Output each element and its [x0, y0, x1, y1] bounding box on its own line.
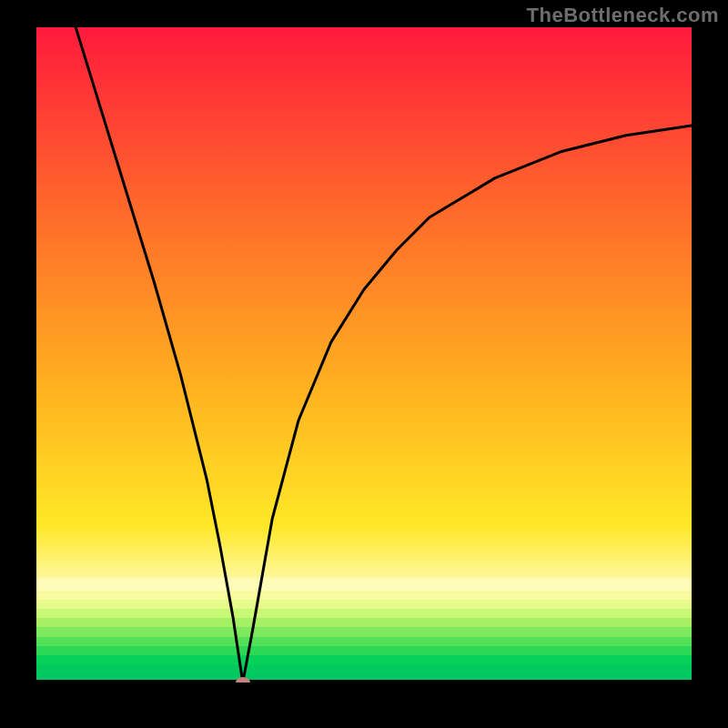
chart-frame: TheBottleneck.com: [0, 0, 728, 728]
watermark-text: TheBottleneck.com: [527, 4, 719, 27]
plot-area: [36, 27, 692, 682]
bottleneck-curve: [36, 27, 692, 682]
optimal-point-marker: [236, 677, 250, 682]
